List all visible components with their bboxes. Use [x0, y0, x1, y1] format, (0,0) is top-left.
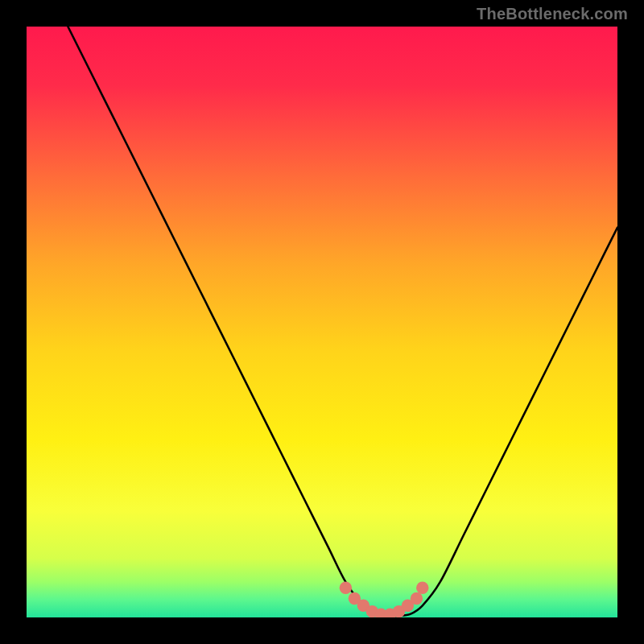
svg-rect-0 — [27, 27, 617, 617]
plot-area — [27, 27, 617, 617]
watermark-text: TheBottleneck.com — [477, 5, 628, 23]
background-gradient — [27, 27, 617, 617]
